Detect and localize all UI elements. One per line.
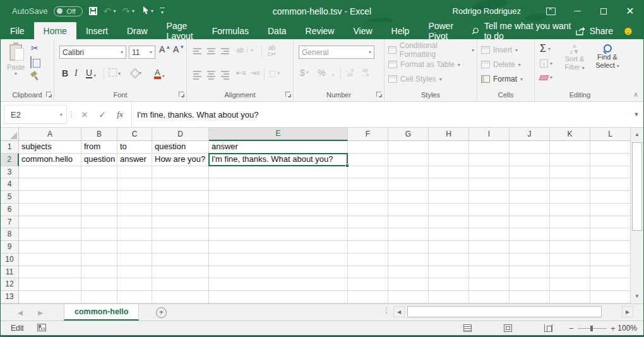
- cell-A7[interactable]: [19, 216, 81, 229]
- align-center-button[interactable]: [207, 70, 215, 81]
- share-button[interactable]: Share: [575, 22, 613, 39]
- cell-C12[interactable]: [117, 278, 152, 291]
- cell-K13[interactable]: [550, 291, 590, 303]
- column-header-I[interactable]: I: [469, 128, 510, 141]
- cells-item-insert[interactable]: Insert▾: [481, 43, 532, 57]
- cell-E4[interactable]: [209, 178, 348, 191]
- fill-color-button[interactable]: ▾: [130, 68, 141, 76]
- column-header-G[interactable]: G: [388, 128, 429, 141]
- cell-B5[interactable]: [81, 191, 117, 204]
- cell-J8[interactable]: [510, 228, 550, 241]
- bold-button[interactable]: B: [62, 68, 68, 78]
- cell-K7[interactable]: [550, 216, 590, 229]
- cell-C1[interactable]: to: [117, 141, 152, 154]
- cell-F12[interactable]: [348, 278, 388, 291]
- cell-J4[interactable]: [510, 178, 550, 191]
- cell-L1[interactable]: [590, 141, 631, 154]
- cell-A1[interactable]: subjects: [19, 141, 81, 154]
- cell-L10[interactable]: [590, 254, 631, 266]
- cell-E3[interactable]: [209, 166, 348, 179]
- name-box[interactable]: E2 ▾: [4, 105, 67, 124]
- ribbon-tab-help[interactable]: Help: [382, 22, 419, 39]
- font-size-combobox[interactable]: 11▾: [129, 46, 155, 59]
- cell-F5[interactable]: [348, 191, 388, 204]
- page-layout-view-button[interactable]: [501, 323, 515, 333]
- cell-G4[interactable]: [388, 178, 429, 191]
- clear-button[interactable]: ▾: [540, 75, 552, 80]
- cell-L2[interactable]: [590, 154, 631, 166]
- scroll-up-button[interactable]: ▲: [631, 128, 643, 141]
- cell-K10[interactable]: [550, 254, 590, 266]
- cell-D2[interactable]: How are you?: [152, 154, 209, 166]
- cell-F3[interactable]: [348, 166, 388, 179]
- cell-I11[interactable]: [469, 266, 510, 279]
- tell-me-box[interactable]: Tell me what you want to do: [472, 22, 575, 39]
- cell-K9[interactable]: [550, 241, 590, 254]
- cell-B9[interactable]: [81, 241, 117, 254]
- cells-item-format[interactable]: Format▾: [481, 72, 532, 86]
- cell-D3[interactable]: [152, 166, 209, 179]
- maximize-button[interactable]: [590, 0, 617, 22]
- ribbon-tab-review[interactable]: Review: [296, 22, 344, 39]
- cell-A12[interactable]: [19, 278, 81, 291]
- underline-button[interactable]: U▾: [86, 68, 96, 78]
- cell-B7[interactable]: [81, 216, 117, 229]
- cell-K8[interactable]: [550, 228, 590, 241]
- tab-bar-resize-handle[interactable]: [386, 307, 387, 314]
- cell-L13[interactable]: [590, 291, 631, 303]
- cell-D13[interactable]: [152, 291, 209, 303]
- cell-B13[interactable]: [81, 291, 117, 303]
- macro-record-icon[interactable]: [37, 324, 46, 331]
- cell-K6[interactable]: [550, 204, 590, 216]
- font-dialog-launcher[interactable]: [179, 92, 184, 97]
- close-button[interactable]: ✕: [617, 0, 643, 22]
- cell-G11[interactable]: [388, 266, 429, 279]
- column-header-D[interactable]: D: [152, 128, 209, 141]
- clipboard-dialog-launcher[interactable]: [46, 92, 51, 97]
- cell-L6[interactable]: [590, 204, 631, 216]
- column-header-E[interactable]: E: [209, 128, 348, 141]
- cell-C2[interactable]: answer: [117, 154, 152, 166]
- cell-D11[interactable]: [152, 266, 209, 279]
- cell-I13[interactable]: [469, 291, 510, 303]
- align-right-button[interactable]: [221, 70, 229, 81]
- cell-I10[interactable]: [469, 254, 510, 266]
- ribbon-tab-view[interactable]: View: [343, 22, 381, 39]
- accounting-format-button[interactable]: $▾: [300, 68, 309, 77]
- cell-J7[interactable]: [510, 216, 550, 229]
- ribbon-tab-insert[interactable]: Insert: [76, 22, 117, 39]
- vertical-scrollbar-thumb[interactable]: [632, 142, 642, 231]
- previous-sheet-button[interactable]: ◀: [12, 304, 28, 321]
- styles-item-cell-styles[interactable]: Cell Styles▾: [388, 72, 474, 86]
- cell-E5[interactable]: [209, 191, 348, 204]
- borders-button[interactable]: ▾: [109, 68, 121, 77]
- cell-H5[interactable]: [429, 191, 469, 204]
- cell-B8[interactable]: [81, 228, 117, 241]
- cell-B2[interactable]: question: [81, 154, 117, 166]
- cell-C4[interactable]: [117, 178, 152, 191]
- cell-A2[interactable]: common.hello: [19, 154, 81, 166]
- font-color-button[interactable]: A▾: [154, 68, 165, 79]
- styles-item-conditional-formatting[interactable]: Conditional Formatting▾: [388, 43, 474, 57]
- row-header-9[interactable]: 9: [1, 241, 19, 254]
- cell-L12[interactable]: [590, 278, 631, 291]
- scroll-down-button[interactable]: ▼: [631, 290, 643, 303]
- cell-H12[interactable]: [429, 278, 469, 291]
- zoom-slider-knob[interactable]: [590, 326, 593, 331]
- increase-font-size-button[interactable]: A▲: [159, 44, 165, 54]
- insert-function-button[interactable]: fx: [111, 109, 129, 119]
- cut-button[interactable]: ✂: [31, 43, 39, 53]
- cell-I8[interactable]: [469, 228, 510, 241]
- comma-style-button[interactable]: ,: [331, 67, 334, 77]
- cell-A4[interactable]: [19, 178, 81, 191]
- paste-button[interactable]: Paste ▾: [4, 44, 28, 92]
- row-header-8[interactable]: 8: [1, 228, 19, 241]
- scroll-left-button[interactable]: ◀: [393, 306, 405, 317]
- ribbon-tab-file[interactable]: File: [1, 22, 34, 39]
- cell-A13[interactable]: [19, 291, 81, 303]
- cell-B12[interactable]: [81, 278, 117, 291]
- cell-L4[interactable]: [590, 178, 631, 191]
- cell-K12[interactable]: [550, 278, 590, 291]
- feedback-smiley-button[interactable]: ☻: [622, 22, 635, 39]
- cell-K11[interactable]: [550, 266, 590, 279]
